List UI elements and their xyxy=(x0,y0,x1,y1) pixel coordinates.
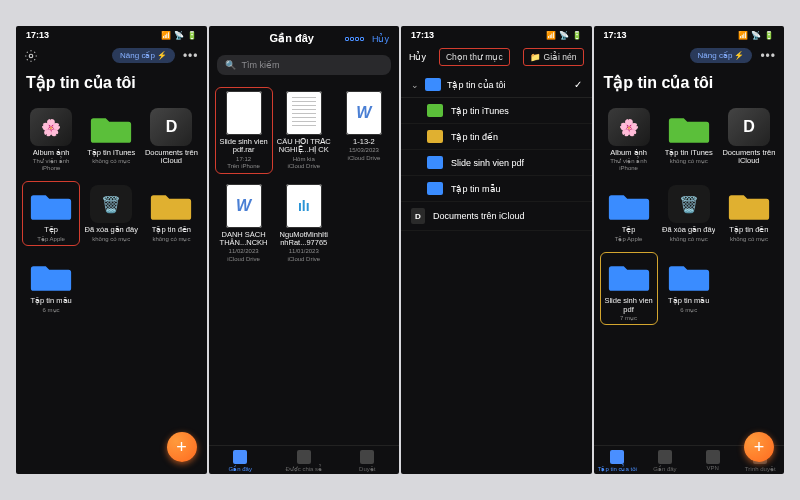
item-sample[interactable]: Tập tin mẫu 6 mục xyxy=(660,252,718,325)
recent-item-rar[interactable]: Slide sinh vien pdf.rar 17:12 Trên iPhon… xyxy=(215,87,273,174)
folder-row-sample[interactable]: Tập tin mẫu xyxy=(401,176,592,202)
item-slides-pdf[interactable]: Slide sinh vien pdf 7 mục xyxy=(600,252,658,325)
item-album[interactable]: 🌸 Album ảnh Thư viện ảnh iPhone xyxy=(22,104,80,175)
folder-green-icon xyxy=(90,108,132,146)
tab-shared[interactable]: Được chia sẻ xyxy=(272,450,336,472)
documents-icon: D xyxy=(411,208,425,224)
add-button[interactable]: + xyxy=(744,432,774,462)
folder-row-incoming[interactable]: Tập tin đến xyxy=(401,124,592,150)
cancel-button[interactable]: Hủy xyxy=(409,52,426,62)
recent-item-doc[interactable]: CÂU HỎI TRẮC NGHIỆ...HỊ CK Hôm kia iClou… xyxy=(275,87,333,174)
folder-icon xyxy=(427,156,443,169)
photos-icon: 🌸 xyxy=(30,108,72,146)
folder-yellow-icon xyxy=(150,185,192,223)
shared-icon xyxy=(297,450,311,464)
item-files-app[interactable]: Tệp Tệp Apple xyxy=(22,181,80,246)
folder-blue-icon xyxy=(608,256,650,294)
folder-row-itunes[interactable]: Tập tin iTunes xyxy=(401,98,592,124)
item-incoming[interactable]: Tập tin đến không có mục xyxy=(142,181,200,246)
add-button[interactable]: + xyxy=(167,432,197,462)
tab-recents[interactable]: Gần đây xyxy=(641,450,689,472)
word-icon: W xyxy=(226,184,262,228)
screen-recents: Gần đây Hủy 🔍 Tìm kiếm Slide sinh vien p… xyxy=(209,26,400,474)
item-files-app[interactable]: Tệp Tệp Apple xyxy=(600,181,658,246)
browse-icon xyxy=(360,450,374,464)
cancel-button[interactable]: Hủy xyxy=(372,34,389,44)
new-folder-icon: 📁 xyxy=(530,52,541,62)
header-title: Gần đây xyxy=(270,32,314,45)
item-incoming[interactable]: Tập tin đến không có mục xyxy=(720,181,778,246)
item-itunes[interactable]: Tập tin iTunes không có mục xyxy=(660,104,718,175)
audio-icon: ılı xyxy=(286,184,322,228)
item-icloud-docs[interactable]: D Documents trên iCloud xyxy=(720,104,778,175)
item-sample[interactable]: Tập tin mẫu 6 mục xyxy=(22,252,80,317)
tab-bar: Gần đây Được chia sẻ Duyệt xyxy=(209,445,400,474)
choose-folder-button[interactable]: Chọn thư mục xyxy=(439,48,510,66)
upgrade-button[interactable]: Nâng cấp ⚡ xyxy=(690,48,753,63)
documents-icon: D xyxy=(150,108,192,146)
item-itunes[interactable]: Tập tin iTunes không có mục xyxy=(82,104,140,175)
folder-blue-icon xyxy=(608,185,650,223)
folder-blue-icon xyxy=(668,256,710,294)
photos-icon: 🌸 xyxy=(608,108,650,146)
folder-row-slides[interactable]: Slide sinh vien pdf xyxy=(401,150,592,176)
trash-icon: 🗑️ xyxy=(90,185,132,223)
more-icon[interactable]: ••• xyxy=(760,49,776,63)
file-grid: 🌸 Album ảnh Thư viện ảnh iPhone Tập tin … xyxy=(594,100,785,329)
chevron-down-icon: ⌄ xyxy=(411,80,419,90)
recent-item-word1[interactable]: W 1-13-2 15/03/2023 iCloud Drive xyxy=(335,87,393,174)
folder-green-icon xyxy=(668,108,710,146)
page-title: Tập tin của tôi xyxy=(16,69,207,100)
folder-yellow-icon xyxy=(728,185,770,223)
view-toggle-icon[interactable] xyxy=(345,37,364,41)
tab-recents[interactable]: Gần đây xyxy=(209,450,273,472)
folder-row-icloud[interactable]: DDocuments trên iCloud xyxy=(401,202,592,231)
word-icon: W xyxy=(346,91,382,135)
item-icloud-docs[interactable]: D Documents trên iCloud xyxy=(142,104,200,175)
file-grid: 🌸 Album ảnh Thư viện ảnh iPhone Tập tin … xyxy=(16,100,207,321)
folder-blue-icon xyxy=(30,185,72,223)
item-album[interactable]: 🌸 Album ảnh Thư viện ảnh iPhone xyxy=(600,104,658,175)
recent-item-word2[interactable]: W DANH SÁCH THÂN...NCKH 11/02/2023 iClou… xyxy=(215,180,273,267)
trash-icon: 🗑️ xyxy=(668,185,710,223)
tab-browse[interactable]: Duyệt xyxy=(336,450,400,472)
folder-icon xyxy=(425,78,441,91)
document-lines-icon xyxy=(286,91,322,135)
upgrade-button[interactable]: Nâng cấp ⚡ xyxy=(112,48,175,63)
folder-icon xyxy=(427,182,443,195)
folder-icon xyxy=(427,130,443,143)
status-bar: 17:13 📶📡🔋 xyxy=(16,26,207,42)
item-trash[interactable]: 🗑️ Đã xóa gần đây không có mục xyxy=(660,181,718,246)
page-title: Tập tin của tôi xyxy=(594,69,785,100)
search-icon: 🔍 xyxy=(225,60,236,70)
extract-button[interactable]: 📁Giải nén xyxy=(523,48,584,66)
svg-point-0 xyxy=(29,54,33,58)
folder-blue-icon xyxy=(30,256,72,294)
folder-icon xyxy=(610,450,624,464)
tab-my-files[interactable]: Tập tin của tôi xyxy=(594,450,642,472)
screen-my-files-after: 17:13 📶📡🔋 Nâng cấp ⚡ ••• Tập tin của tôi… xyxy=(594,26,785,474)
clock-icon xyxy=(233,450,247,464)
root-folder-row[interactable]: ⌄ Tập tin của tôi ✓ xyxy=(401,72,592,98)
status-bar: 17:13 📶📡🔋 xyxy=(401,26,592,42)
item-trash[interactable]: 🗑️ Đã xóa gần đây không có mục xyxy=(82,181,140,246)
status-bar: 17:13 📶📡🔋 xyxy=(594,26,785,42)
tab-vpn[interactable]: VPN xyxy=(689,450,737,472)
clock-icon xyxy=(658,450,672,464)
documents-icon: D xyxy=(728,108,770,146)
recents-grid: Slide sinh vien pdf.rar 17:12 Trên iPhon… xyxy=(209,83,400,270)
status-icons: 📶📡🔋 xyxy=(161,31,197,40)
screen-choose-folder: 17:13 📶📡🔋 Hủy Chọn thư mục 📁Giải nén ⌄ T… xyxy=(401,26,592,474)
search-input[interactable]: 🔍 Tìm kiếm xyxy=(217,55,392,75)
screen-my-files: 17:13 📶📡🔋 Nâng cấp ⚡ ••• Tập tin của tôi… xyxy=(16,26,207,474)
document-icon xyxy=(226,91,262,135)
recent-item-audio[interactable]: ılı NguMotMinhIti nhRat...97765 11/01/20… xyxy=(275,180,333,267)
check-icon: ✓ xyxy=(574,79,582,90)
more-icon[interactable]: ••• xyxy=(183,49,199,63)
settings-icon[interactable] xyxy=(24,49,38,63)
folder-icon xyxy=(427,104,443,117)
status-time: 17:13 xyxy=(26,30,49,40)
vpn-icon xyxy=(706,450,720,464)
